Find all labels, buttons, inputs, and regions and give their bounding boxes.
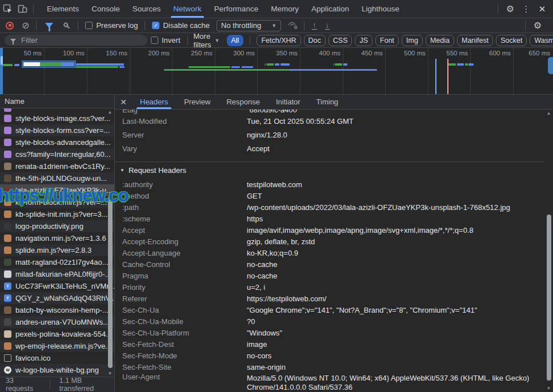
request-row[interactable]: lala-azizli-OFZUaeYKP3k-u... [0, 184, 114, 196]
record-network-log-button[interactable] [6, 22, 14, 30]
request-headers-section[interactable]: ▼ Request Headers [115, 161, 545, 179]
request-row[interactable]: Ww-logo-blue-white-bg.png [0, 364, 114, 376]
timeline-gridline [172, 48, 173, 94]
filter-input[interactable] [20, 35, 142, 45]
network-settings-gear-icon[interactable]: ⚙ [530, 19, 545, 33]
more-options-icon[interactable]: ⋮ [519, 2, 534, 16]
request-row[interactable]: matt-ragland-02z1I7gv4ao... [0, 256, 114, 268]
tab-network[interactable]: Network [167, 0, 208, 18]
details-tab-response[interactable]: Response [218, 95, 268, 109]
search-icon[interactable]: 🔍︎ [62, 21, 70, 30]
name-column-header[interactable]: Name [0, 95, 114, 108]
disclosure-triangle-icon: ▼ [120, 168, 125, 173]
preserve-log-checkbox-row[interactable]: Preserve log [85, 21, 138, 30]
disable-cache-checkbox[interactable]: ✓ [152, 22, 159, 29]
request-row[interactable]: the-5th-jkDLNDGougw-un... [0, 172, 114, 184]
filter-chip-js[interactable]: JS [355, 35, 372, 46]
request-row[interactable]: style-blocks-image.css?ver... [0, 112, 114, 124]
tab-console[interactable]: Console [85, 0, 126, 18]
request-row[interactable]: kb-splide-init.min.js?ver=3... [0, 208, 114, 220]
scroll-down-icon[interactable]: ▼ [107, 371, 113, 376]
request-row[interactable]: style-blocks-form.css?ver=... [0, 124, 114, 136]
request-row[interactable]: TUcC73FwrK3iLTeHuS_nVMr... [0, 280, 114, 292]
details-tab-initiator[interactable]: Initiator [268, 95, 308, 109]
filter-input-pill[interactable] [5, 35, 147, 46]
header-value: nginx/1.28.0 [247, 131, 545, 139]
details-scrollbar-thumb[interactable] [547, 215, 551, 381]
selected-request-bar[interactable] [22, 60, 76, 68]
preserve-log-checkbox[interactable] [85, 22, 93, 29]
header-value: u=2, i [247, 283, 545, 292]
clear-network-log-icon[interactable]: ⊘ [22, 20, 29, 31]
close-details-icon[interactable]: ✕ [115, 98, 132, 107]
settings-gear-icon[interactable]: ⚙ [503, 2, 518, 16]
request-row[interactable]: milad-fakurian-ePAL0f6jjr0-... [0, 268, 114, 280]
request-row[interactable]: pexels-polina-kovaleva-554... [0, 328, 114, 340]
request-row[interactable]: wp-emoji-release.min.js?ve... [0, 340, 114, 352]
scroll-down-icon[interactable]: ▼ [546, 386, 551, 391]
tab-lighthouse[interactable]: Lighthouse [355, 0, 406, 18]
export-har-icon[interactable]: ↓ [325, 22, 330, 30]
request-row[interactable]: splide.min.js?ver=2.8.3 [0, 244, 114, 256]
filter-chip-socket[interactable]: Socket [496, 35, 527, 46]
disable-cache-checkbox-row[interactable]: ✓ Disable cache [152, 21, 210, 30]
request-row[interactable]: logo-productivity.png [0, 220, 114, 232]
invert-checkbox-row[interactable]: Invert [151, 36, 181, 45]
filter-chip-css[interactable]: CSS [328, 35, 352, 46]
request-row[interactable]: navigation.min.js?ver=1.3.6 [0, 232, 114, 244]
request-row[interactable]: batch-by-wisconsin-hemp-... [0, 304, 114, 316]
details-tab-timing[interactable]: Timing [308, 95, 347, 109]
divider [78, 21, 78, 30]
filter-chip-doc[interactable]: Doc [304, 35, 326, 46]
tab-application[interactable]: Application [305, 0, 355, 18]
timeline-gridline [513, 48, 514, 94]
tab-performance[interactable]: Performance [208, 0, 265, 18]
sidebar-scrollbar-thumb[interactable] [108, 196, 113, 368]
filter-chip-fetch-xhr[interactable]: Fetch/XHR [257, 35, 300, 46]
scroll-up-icon[interactable]: ▲ [107, 110, 113, 115]
request-row[interactable]: renata-a1drienn-ebvCs1Ry... [0, 160, 114, 172]
timeline-gridline [343, 48, 343, 94]
filter-chip-all[interactable]: All [227, 35, 244, 46]
header-name: Last-Modified [115, 117, 247, 126]
filter-chip-font[interactable]: Font [375, 35, 399, 46]
request-row[interactable]: css?family=Inter:regular,60... [0, 148, 114, 160]
throttling-dropdown[interactable]: No throttling ▼ [217, 20, 281, 31]
tab-elements[interactable]: Elements [41, 0, 85, 18]
network-overview-timeline[interactable]: 50 ms100 ms150 ms200 ms250 ms300 ms350 m… [0, 48, 553, 95]
sidebar-scrollbar[interactable]: ▲ ▼ [106, 110, 114, 376]
waterfall-bar [3, 64, 13, 66]
filter-chip-img[interactable]: Img [402, 35, 423, 46]
tab-sources[interactable]: Sources [126, 0, 167, 18]
close-devtools-icon[interactable]: ✕ [535, 2, 550, 16]
details-tab-preview[interactable]: Preview [176, 95, 218, 109]
headers-content[interactable]: Etag "68f0d9fc-a400" Last-ModifiedTue, 2… [115, 110, 545, 392]
invert-checkbox[interactable] [151, 37, 158, 44]
import-har-icon[interactable]: ↑ [312, 22, 317, 30]
filter-chip-wasm[interactable]: Wasm [530, 35, 553, 46]
timeline-tick-label: 450 ms [347, 50, 383, 56]
request-row[interactable]: kb-form-block.min.js?ver=... [0, 196, 114, 208]
request-row[interactable]: andres-urena-V7UoMNWs... [0, 316, 114, 328]
filter-toggle-icon[interactable] [45, 23, 53, 28]
request-row[interactable]: style-blocks-advancedgalle... [0, 136, 114, 148]
device-toolbar-icon[interactable] [15, 2, 30, 16]
header-value: image/avif,image/webp,image/apng,image/s… [247, 226, 545, 235]
details-scrollbar[interactable]: ▲ ▼ [545, 111, 552, 391]
tab-memory[interactable]: Memory [265, 0, 305, 18]
inspect-element-icon[interactable] [0, 2, 15, 16]
request-row[interactable]: favicon.ico [0, 352, 114, 364]
filter-chip-media[interactable]: Media [426, 35, 454, 46]
scroll-up-icon[interactable]: ▲ [546, 111, 551, 116]
divider [304, 21, 304, 30]
timeline-tick-label: 650 ms [515, 50, 550, 56]
more-filters-dropdown[interactable]: More filters ▼ [194, 32, 220, 49]
network-conditions-icon[interactable]: ⚙ [287, 21, 298, 30]
filter-chip-manifest[interactable]: Manifest [457, 35, 493, 46]
waterfall-bar [333, 63, 334, 66]
request-row-clipped[interactable] [0, 108, 114, 112]
overview-right-handle[interactable] [548, 57, 553, 74]
overview-left-handle[interactable] [0, 48, 3, 94]
details-tab-headers[interactable]: Headers [132, 95, 176, 109]
request-row[interactable]: TQGY_z_wNahGAdqQ43RhV... [0, 292, 114, 304]
